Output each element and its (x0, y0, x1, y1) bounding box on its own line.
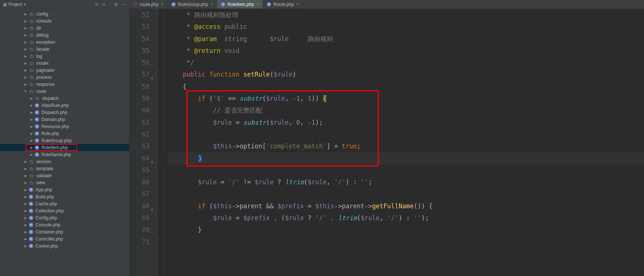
code-line[interactable]: if ($this->parent && $prefix = $this->pa… (168, 200, 644, 212)
close-icon[interactable]: × (210, 1, 213, 7)
code-line[interactable]: $this->option['complete_match'] = true; (168, 140, 644, 152)
tree-item[interactable]: ▶CDomain.php (0, 116, 129, 123)
tree-arrow-icon[interactable]: ▶ (30, 146, 33, 149)
tree-arrow-icon[interactable]: ▶ (24, 223, 27, 227)
code-line[interactable]: } (168, 152, 644, 164)
tree-item[interactable]: ▶🗀db (0, 24, 129, 31)
tree-arrow-icon[interactable]: ▶ (24, 167, 27, 171)
tree-arrow-icon[interactable]: ▶ (24, 216, 27, 220)
tree-arrow-icon[interactable]: ▶ (24, 68, 27, 72)
tree-arrow-icon[interactable]: ▶ (30, 125, 33, 128)
tree-item[interactable]: ▶🗀debug (0, 31, 129, 38)
line-number[interactable]: 54 (129, 33, 149, 45)
tree-item[interactable]: ▶🗀validate (0, 172, 129, 179)
tree-arrow-icon[interactable]: ▶ (24, 47, 27, 51)
tree-item[interactable]: ▶🗀facade (0, 46, 129, 53)
code-line[interactable] (168, 164, 644, 176)
tree-arrow-icon[interactable]: ▶ (24, 230, 27, 234)
code-line[interactable]: * @return void (168, 45, 644, 57)
tree-item[interactable]: ▶CAliasRule.php (0, 102, 129, 109)
tree-arrow-icon[interactable]: ▶ (24, 61, 27, 65)
tree-arrow-icon[interactable]: ▼ (24, 90, 27, 93)
tree-arrow-icon[interactable]: ▶ (24, 202, 27, 206)
tree-item[interactable]: ▶CDispatch.php (0, 109, 129, 116)
tree-item[interactable]: ▶CCache.php (0, 200, 129, 207)
code-line[interactable] (168, 188, 644, 200)
fold-icon[interactable]: ⊖ (151, 156, 153, 168)
tree-item[interactable]: ▶🗀config (0, 10, 129, 17)
line-number[interactable]: 63 (129, 140, 149, 152)
tree-item[interactable]: ▶CContainer.php (0, 228, 129, 235)
tree-item[interactable]: ▶🗀paginator (0, 67, 129, 74)
code-line[interactable]: * 路由规则预处理 (168, 9, 644, 21)
line-number[interactable]: 56 (129, 57, 149, 68)
tree-item[interactable]: ▶🗀session (0, 158, 129, 165)
tree-arrow-icon[interactable]: ▶ (30, 118, 33, 121)
fold-icon[interactable]: ⌃ (151, 228, 153, 239)
tree-item[interactable]: ▶🗀exception (0, 38, 129, 46)
project-tree[interactable]: ▶🗀config▶🗀console▶🗀db▶🗀debug▶🗀exception▶… (0, 9, 129, 249)
tree-item[interactable]: ▶🗀console (0, 17, 129, 24)
tree-arrow-icon[interactable]: ▶ (30, 104, 33, 107)
tree-item[interactable]: ▶🗀response (0, 81, 129, 88)
code-line[interactable]: $rule = '/' != $rule ? ltrim($rule, '/')… (168, 176, 644, 188)
code-line[interactable]: * @access public (168, 21, 644, 33)
close-icon[interactable]: × (256, 1, 259, 7)
tree-item[interactable]: ▶🗀dispatch (0, 95, 129, 102)
line-number[interactable]: 62 (129, 128, 149, 140)
line-number[interactable]: 59 (129, 92, 149, 104)
editor-tab[interactable]: CRuleGroup.php× (168, 0, 217, 9)
code-line[interactable]: */ (168, 57, 644, 68)
close-icon[interactable]: × (296, 1, 299, 7)
line-number[interactable]: 68 (129, 200, 149, 212)
code-line[interactable]: } (168, 224, 644, 236)
code-line[interactable]: public function setRule($rule) (168, 68, 644, 80)
code-line[interactable]: { (168, 81, 644, 92)
line-number[interactable]: 60 (129, 104, 149, 116)
tree-item[interactable]: ▶CRule.php (0, 130, 129, 137)
fold-icon[interactable]: ⌃ (151, 60, 153, 72)
project-tool-label[interactable]: Project (9, 2, 22, 7)
tree-arrow-icon[interactable]: ▶ (24, 75, 27, 79)
gutter[interactable]: 5253545556575859606162636465666768697071… (129, 9, 157, 276)
tree-item[interactable]: ▶🗀log (0, 53, 129, 60)
line-number[interactable]: 58 (129, 81, 149, 92)
tree-arrow-icon[interactable]: ▶ (24, 188, 27, 192)
tree-arrow-icon[interactable]: ▶ (24, 244, 27, 248)
tree-arrow-icon[interactable]: ▶ (24, 195, 27, 199)
code-line[interactable]: $rule = $prefix . ($rule ? '/' . ltrim($… (168, 212, 644, 224)
line-number[interactable]: 52 (129, 9, 149, 21)
tree-arrow-icon[interactable]: ▶ (24, 54, 27, 58)
line-number[interactable]: 65 (129, 164, 149, 176)
tree-item[interactable]: ▼🗀route (0, 88, 129, 95)
code-line[interactable] (168, 128, 644, 140)
fold-icon[interactable]: ⊖ (151, 73, 153, 84)
line-number[interactable]: 57 (129, 68, 149, 80)
tree-item[interactable]: ▶CConsole.php (0, 221, 129, 228)
tree-item[interactable]: ▶🗀process (0, 74, 129, 81)
code-line[interactable]: * @param string $rule 路由规则 (168, 33, 644, 45)
tree-item[interactable]: ▶🗀view (0, 179, 129, 186)
code-line[interactable] (168, 236, 644, 248)
tree-arrow-icon[interactable]: ▶ (30, 139, 33, 142)
dropdown-icon[interactable]: ▾ (24, 2, 26, 7)
tree-arrow-icon[interactable]: ▶ (24, 237, 27, 241)
tree-arrow-icon[interactable]: ▶ (24, 26, 27, 30)
tree-item[interactable]: ▶🗀model (0, 60, 129, 67)
line-number[interactable]: 69 (129, 212, 149, 224)
tree-arrow-icon[interactable]: ▶ (30, 132, 33, 135)
tree-arrow-icon[interactable]: ▶ (24, 33, 27, 37)
close-icon[interactable]: × (161, 1, 164, 7)
line-number[interactable]: 67 (129, 188, 149, 200)
line-number[interactable]: 55 (129, 45, 149, 57)
tree-item[interactable]: ▶CResource.php (0, 123, 129, 130)
tree-item[interactable]: ▶CConfig.php (0, 214, 129, 221)
sync-icon[interactable]: ⟳ (95, 2, 98, 7)
tree-arrow-icon[interactable]: ▶ (24, 160, 27, 164)
tree-item[interactable]: ▶🗀template (0, 165, 129, 172)
tree-arrow-icon[interactable]: ▶ (24, 12, 27, 16)
tree-item[interactable]: ▶CRuleItem.php (0, 144, 129, 151)
tree-item[interactable]: ▶CApp.php (0, 186, 129, 193)
tree-arrow-icon[interactable]: ▶ (24, 209, 27, 213)
tree-item[interactable]: ▶CRuleGroup.php (0, 137, 129, 144)
